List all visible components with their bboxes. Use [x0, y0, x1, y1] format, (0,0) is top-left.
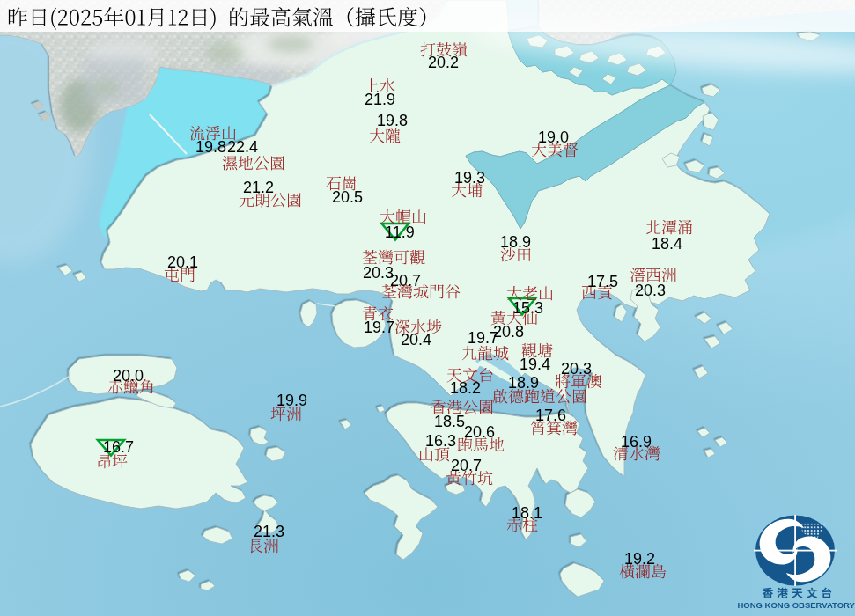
- svg-text:11.9: 11.9: [385, 224, 415, 241]
- svg-text:18.9: 18.9: [500, 233, 531, 251]
- svg-text:20.5: 20.5: [332, 188, 363, 206]
- svg-text:18.1: 18.1: [512, 504, 542, 522]
- svg-text:21.3: 21.3: [254, 523, 284, 540]
- svg-text:20.6: 20.6: [464, 423, 495, 441]
- svg-text:19.8: 19.8: [377, 112, 408, 129]
- svg-text:20.3: 20.3: [635, 282, 666, 299]
- svg-text:20.3: 20.3: [561, 360, 592, 378]
- svg-text:20.7: 20.7: [451, 457, 482, 474]
- svg-text:20.3: 20.3: [363, 264, 394, 282]
- svg-text:19.7: 19.7: [468, 329, 498, 347]
- svg-text:16.3: 16.3: [425, 432, 456, 450]
- svg-text:16.7: 16.7: [103, 438, 134, 456]
- svg-text:20.4: 20.4: [401, 331, 431, 348]
- svg-text:20.0: 20.0: [113, 367, 144, 385]
- svg-text:19.8: 19.8: [195, 138, 226, 156]
- svg-text:18.9: 18.9: [508, 374, 539, 392]
- svg-text:19.9: 19.9: [276, 392, 307, 409]
- svg-text:15.3: 15.3: [512, 299, 543, 317]
- svg-text:19.3: 19.3: [454, 169, 485, 187]
- svg-text:19.0: 19.0: [538, 128, 569, 146]
- svg-text:22.4: 22.4: [227, 138, 258, 156]
- svg-text:19.2: 19.2: [624, 550, 655, 568]
- svg-text:16.9: 16.9: [621, 433, 652, 451]
- svg-text:19.4: 19.4: [520, 356, 550, 373]
- svg-text:21.2: 21.2: [243, 179, 274, 196]
- svg-text:20.7: 20.7: [390, 272, 421, 290]
- svg-text:17.5: 17.5: [587, 273, 618, 290]
- svg-text:18.4: 18.4: [652, 235, 682, 253]
- svg-text:18.2: 18.2: [450, 379, 481, 397]
- svg-text:HONG KONG OBSERVATORY: HONG KONG OBSERVATORY: [737, 600, 855, 610]
- svg-text:20.1: 20.1: [167, 253, 198, 271]
- svg-text:18.5: 18.5: [434, 413, 465, 430]
- svg-text:20.2: 20.2: [428, 54, 459, 71]
- svg-text:17.6: 17.6: [535, 407, 566, 424]
- svg-text:19.7: 19.7: [364, 319, 394, 336]
- svg-text:21.9: 21.9: [365, 91, 395, 108]
